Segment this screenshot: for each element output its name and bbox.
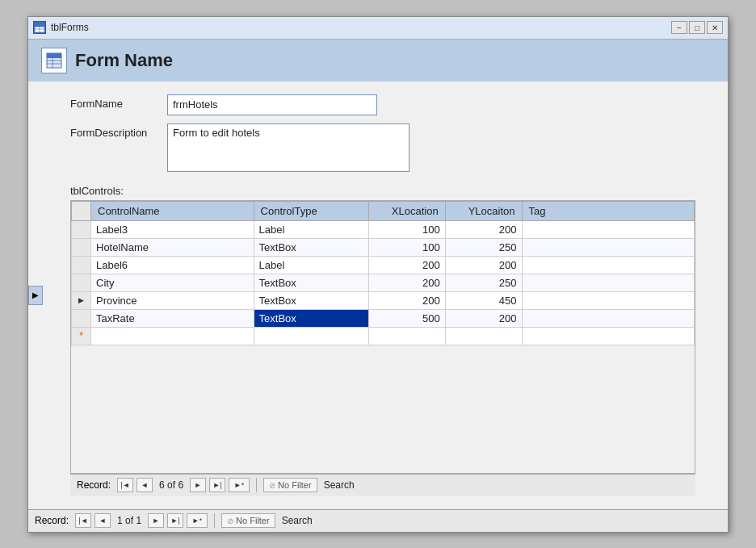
cell-xlocation[interactable]: 500 (368, 309, 445, 327)
cell-tag[interactable] (522, 274, 694, 291)
nav-first-outer[interactable]: |◄ (75, 513, 91, 528)
col-header-controltype: ControlType (254, 201, 368, 220)
table-header-row: ControlName ControlType XLocation YLocai… (72, 201, 695, 220)
cell-controlname-new[interactable] (91, 327, 254, 345)
table-row: City TextBox 200 250 (72, 274, 695, 291)
cell-controltype[interactable]: TextBox (254, 238, 368, 256)
nav-separator-inner (256, 478, 257, 492)
cell-controltype-new[interactable] (254, 327, 368, 345)
search-button-outer[interactable]: Search (279, 514, 316, 527)
col-header-tag: Tag (522, 201, 694, 220)
outer-record-nav: Record: |◄ ◄ 1 of 1 ► ►| ►* ⊘ No Filter … (28, 509, 728, 532)
restore-button[interactable]: □ (689, 21, 705, 34)
cell-ylocation[interactable]: 200 (445, 309, 522, 327)
data-table-container: ControlName ControlType XLocation YLocai… (70, 200, 695, 474)
cell-xlocation[interactable]: 100 (368, 238, 445, 256)
col-header-ylocation: YLocaiton (445, 201, 522, 220)
cell-controlname[interactable]: Label3 (91, 220, 254, 238)
no-filter-outer[interactable]: ⊘ No Filter (221, 513, 275, 528)
form-body: FormName FormDescription Form to edit ho… (28, 82, 728, 509)
nav-first-inner[interactable]: |◄ (117, 478, 133, 492)
cell-controltype[interactable]: Label (254, 256, 368, 274)
minimize-button[interactable]: − (671, 21, 687, 34)
nav-current-inner: 6 of 6 (159, 479, 183, 491)
controls-table: ControlName ControlType XLocation YLocai… (71, 201, 695, 345)
row-selector (72, 309, 91, 327)
cell-ylocation[interactable]: 250 (445, 274, 522, 291)
cell-tag[interactable] (522, 256, 694, 274)
nav-prev-inner[interactable]: ◄ (136, 478, 153, 492)
form-title: Form Name (75, 50, 173, 71)
form-header: Form Name (28, 40, 728, 82)
svg-rect-0 (35, 23, 44, 27)
left-arrow-tab[interactable]: ▶ (28, 286, 43, 305)
col-header-controlname: ControlName (91, 201, 254, 220)
table-icon (33, 21, 46, 34)
cell-xlocation-new[interactable] (368, 327, 445, 345)
row-selector (72, 238, 91, 256)
inner-window-area: ▶ FormName FormDescription Form to edit … (28, 82, 728, 509)
nav-current-outer: 1 of 1 (117, 515, 141, 526)
formdescription-row: FormDescription Form to edit hotels (70, 123, 695, 172)
close-button[interactable]: ✕ (707, 21, 723, 34)
formname-label: FormName (70, 94, 167, 110)
nav-prev-outer[interactable]: ◄ (94, 513, 111, 528)
form-header-icon (41, 48, 67, 73)
cell-controlname[interactable]: Province (91, 291, 254, 309)
row-selector: ▶ (72, 291, 91, 309)
no-filter-inner[interactable]: ⊘ No Filter (263, 478, 317, 492)
cell-tag[interactable] (522, 309, 694, 327)
inner-record-nav: Record: |◄ ◄ 6 of 6 ► ►| ►* ⊘ No Filter … (70, 474, 695, 496)
cell-controlname[interactable]: Label6 (91, 256, 254, 274)
filter-icon-inner: ⊘ (269, 481, 275, 490)
new-row-selector: * (72, 327, 91, 345)
nav-next-inner[interactable]: ► (190, 478, 206, 492)
cell-controltype[interactable]: TextBox (254, 291, 368, 309)
row-selector (72, 256, 91, 274)
main-window: tblForms − □ ✕ Form Name ▶ (27, 16, 729, 533)
cell-tag-new[interactable] (522, 327, 694, 345)
nav-new-inner[interactable]: ►* (229, 478, 250, 492)
table-row: TaxRate TextBox 500 200 (72, 309, 695, 327)
nav-new-outer[interactable]: ►* (187, 513, 208, 528)
cell-controltype[interactable]: TextBox (254, 274, 368, 291)
formdescription-input[interactable]: Form to edit hotels (167, 123, 410, 172)
cell-ylocation[interactable]: 200 (445, 256, 522, 274)
cell-controlname[interactable]: City (91, 274, 254, 291)
title-bar-text: tblForms (51, 22, 89, 33)
cell-controlname[interactable]: HotelName (91, 238, 254, 256)
nav-last-inner[interactable]: ►| (209, 478, 225, 492)
table-new-row: * (72, 327, 695, 345)
cell-xlocation[interactable]: 200 (368, 256, 445, 274)
search-button-inner[interactable]: Search (321, 479, 358, 492)
selector-header (72, 201, 91, 220)
record-label-inner: Record: (77, 479, 111, 491)
cell-tag[interactable] (522, 220, 694, 238)
cell-ylocation[interactable]: 200 (445, 220, 522, 238)
main-content: Form Name ▶ FormName FormDescription For… (28, 40, 728, 532)
cell-ylocation[interactable]: 450 (445, 291, 522, 309)
formname-input[interactable] (167, 94, 377, 115)
table-section-label: tblControls: (70, 185, 695, 197)
cell-controltype[interactable]: Label (254, 220, 368, 238)
table-area: ControlName ControlType XLocation YLocai… (70, 200, 695, 496)
cell-xlocation[interactable]: 200 (368, 274, 445, 291)
cell-ylocation[interactable]: 250 (445, 238, 522, 256)
title-bar: tblForms − □ ✕ (28, 17, 728, 40)
cell-ylocation-new[interactable] (445, 327, 522, 345)
nav-next-outer[interactable]: ► (148, 513, 164, 528)
cell-controltype-selected[interactable]: TextBox (254, 309, 368, 327)
table-row: Label3 Label 100 200 (72, 220, 695, 238)
svg-rect-5 (47, 53, 61, 58)
table-row: ▶ Province TextBox 200 450 (72, 291, 695, 309)
formname-row: FormName (70, 94, 695, 115)
cell-tag[interactable] (522, 238, 694, 256)
formdescription-label: FormDescription (70, 123, 167, 139)
cell-tag[interactable] (522, 291, 694, 309)
nav-last-outer[interactable]: ►| (167, 513, 183, 528)
filter-icon-outer: ⊘ (227, 517, 233, 525)
cell-controlname[interactable]: TaxRate (91, 309, 254, 327)
cell-xlocation[interactable]: 200 (368, 291, 445, 309)
title-bar-left: tblForms (33, 21, 89, 34)
cell-xlocation[interactable]: 100 (368, 220, 445, 238)
